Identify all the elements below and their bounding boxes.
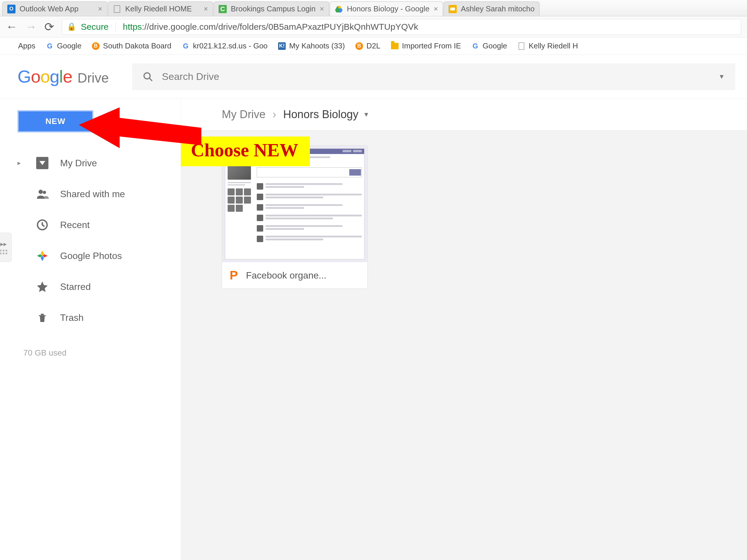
- breadcrumb-current[interactable]: Honors Biology ▼: [283, 108, 369, 121]
- document-icon: [113, 5, 121, 13]
- expand-icon[interactable]: ▸: [18, 159, 25, 167]
- bookmark-label: My Kahoots (33): [289, 42, 345, 50]
- dropdown-icon[interactable]: ▼: [718, 73, 725, 80]
- url-text: https://drive.google.com/drive/folders/0…: [123, 22, 418, 32]
- svg-line-5: [149, 78, 152, 80]
- bookmark-label: kr021.k12.sd.us - Goo: [193, 42, 267, 50]
- tab-title: Honors Biology - Google: [347, 4, 430, 14]
- campus-icon: C: [218, 5, 227, 13]
- powerpoint-icon: P: [230, 268, 238, 282]
- breadcrumb-root[interactable]: My Drive: [222, 108, 265, 121]
- document-icon: [518, 42, 525, 50]
- reload-button[interactable]: ⟳: [44, 20, 54, 33]
- browser-tab[interactable]: O Outlook Web App ×: [2, 1, 107, 16]
- apps-icon: [7, 42, 15, 50]
- annotation-callout: Choose NEW: [181, 136, 310, 166]
- new-button-label: NEW: [46, 117, 66, 126]
- google-icon: G: [471, 42, 479, 50]
- my-drive-icon: [35, 156, 50, 170]
- files-grid: P Facebook organe...: [181, 145, 747, 289]
- bookmark-item[interactable]: Imported From IE: [391, 42, 461, 50]
- close-icon[interactable]: ×: [98, 4, 102, 14]
- drive-sidebar: NEW ▸▸ ▸ My Drive Shared with me: [0, 99, 181, 560]
- nav-label: Starred: [60, 282, 91, 292]
- svg-marker-2: [339, 8, 342, 12]
- close-icon[interactable]: ×: [204, 4, 208, 14]
- nav-recent[interactable]: Recent: [18, 218, 181, 232]
- search-placeholder: Search Drive: [162, 71, 220, 82]
- bookmark-item[interactable]: Kelly Riedell H: [518, 42, 578, 50]
- browser-tab-active[interactable]: Honors Biology - Google ×: [330, 1, 443, 16]
- bookmark-label: Imported From IE: [402, 42, 461, 50]
- bookmarks-bar: Apps G Google B South Dakota Board G kr0…: [0, 37, 747, 55]
- tab-title: Kelly Riedell HOME: [125, 4, 192, 14]
- close-icon[interactable]: ×: [320, 4, 324, 14]
- file-meta: P Facebook organe...: [222, 262, 367, 289]
- bookmark-item[interactable]: K! My Kahoots (33): [278, 42, 345, 50]
- star-icon: [35, 279, 50, 294]
- storage-used: 70 GB used: [18, 348, 181, 357]
- tab-title: Outlook Web App: [20, 4, 78, 14]
- bookmark-label: Google: [57, 42, 81, 50]
- drive-content: My Drive › Honors Biology ▼ Choose NEW: [181, 99, 747, 560]
- bookmark-label: Google: [483, 42, 507, 50]
- nav-photos[interactable]: Google Photos: [18, 248, 181, 263]
- bookmark-item[interactable]: G Google: [46, 42, 81, 50]
- photos-icon: [35, 248, 50, 263]
- sidebar-nav: ▸ My Drive Shared with me Recent: [18, 156, 181, 325]
- browser-tab[interactable]: Kelly Riedell HOME ×: [108, 1, 213, 16]
- bookmark-apps[interactable]: Apps: [7, 42, 35, 50]
- outlook-icon: O: [7, 5, 16, 13]
- kahoot-icon: K!: [278, 42, 286, 50]
- drive-header: Google Drive Search Drive ▼: [0, 55, 747, 99]
- bookmark-label: Kelly Riedell H: [529, 42, 578, 50]
- forward-button[interactable]: →: [25, 20, 37, 33]
- drive-main: NEW ▸▸ ▸ My Drive Shared with me: [0, 99, 747, 560]
- drive-label: Drive: [78, 70, 109, 86]
- tab-title: Ashley Sarah mitocho: [461, 4, 535, 14]
- google-drive-logo[interactable]: Google Drive: [18, 66, 109, 87]
- bookmark-label: D2L: [366, 42, 381, 50]
- trash-icon: [35, 310, 50, 325]
- shared-icon: [35, 187, 50, 201]
- nav-starred[interactable]: Starred: [18, 279, 181, 294]
- recent-icon: [35, 218, 50, 232]
- bookmark-icon: B: [355, 42, 363, 50]
- dropdown-icon[interactable]: ▼: [363, 111, 369, 118]
- search-drive[interactable]: Search Drive ▼: [132, 63, 735, 90]
- google-icon: G: [182, 42, 189, 50]
- breadcrumb: My Drive › Honors Biology ▼: [181, 99, 747, 131]
- svg-point-6: [38, 190, 43, 194]
- nav-my-drive[interactable]: ▸ My Drive: [18, 156, 181, 170]
- drive-icon: [335, 5, 343, 13]
- lock-icon: 🔒: [67, 22, 76, 31]
- svg-point-7: [43, 191, 46, 194]
- browser-toolbar: ← → ⟳ 🔒 Secure https://drive.google.com/…: [0, 16, 747, 37]
- browser-tab[interactable]: Ashley Sarah mitocho: [443, 1, 540, 16]
- nav-label: Trash: [60, 312, 84, 323]
- bookmark-label: Apps: [18, 42, 35, 50]
- google-logo: Google: [18, 66, 72, 87]
- browser-tabstrip: O Outlook Web App × Kelly Riedell HOME ×…: [0, 0, 747, 16]
- nav-label: Google Photos: [60, 250, 122, 261]
- tab-title: Brookings Campus Login: [231, 4, 316, 14]
- folder-icon: [391, 42, 398, 50]
- bookmark-icon: B: [92, 42, 100, 50]
- bookmark-item[interactable]: B D2L: [355, 42, 381, 50]
- close-icon[interactable]: ×: [434, 4, 438, 14]
- file-item[interactable]: P Facebook organe...: [222, 145, 368, 289]
- nav-trash[interactable]: Trash: [18, 310, 181, 325]
- slides-icon: [448, 5, 457, 13]
- search-icon: [143, 72, 153, 82]
- bookmark-item[interactable]: B South Dakota Board: [92, 42, 171, 50]
- bookmark-item[interactable]: G kr021.k12.sd.us - Goo: [182, 42, 267, 50]
- bookmark-label: South Dakota Board: [103, 42, 171, 50]
- browser-tab[interactable]: C Brookings Campus Login ×: [213, 1, 329, 16]
- chevron-right-icon: ›: [273, 108, 276, 121]
- sidebar-collapse-handle[interactable]: ▸▸: [0, 233, 12, 262]
- bookmark-item[interactable]: G Google: [471, 42, 507, 50]
- new-button[interactable]: NEW: [18, 110, 93, 132]
- address-bar[interactable]: 🔒 Secure https://drive.google.com/drive/…: [62, 19, 741, 35]
- back-button[interactable]: ←: [6, 20, 18, 33]
- nav-shared[interactable]: Shared with me: [18, 187, 181, 201]
